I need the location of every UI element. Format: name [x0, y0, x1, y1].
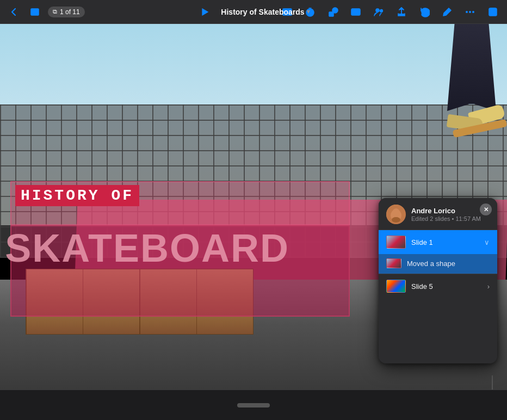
- slide-title-history: HISTORY OF: [15, 185, 139, 206]
- more-button[interactable]: [462, 4, 478, 20]
- play-button[interactable]: [197, 4, 212, 20]
- popup-empty-area: [379, 298, 497, 363]
- media-button[interactable]: [348, 4, 363, 20]
- user-subtitle: Edited 2 slides • 11:57 AM: [411, 215, 490, 222]
- toolbar-left: ⧉ 1 of 11: [7, 4, 85, 20]
- svg-rect-24: [490, 13, 496, 15]
- collaborate-button[interactable]: [371, 4, 386, 20]
- presentation-title[interactable]: History of Skateboards ▾: [221, 8, 310, 16]
- svg-point-20: [469, 11, 471, 13]
- slide1-label: Slide 1: [411, 238, 482, 246]
- skateboard-text: SKATEBOARD: [5, 226, 289, 270]
- svg-rect-12: [329, 12, 333, 16]
- popup-header: Andre Lorico Edited 2 slides • 11:57 AM …: [379, 198, 497, 230]
- slide-canvas[interactable]: HISTORY OF SKATEBOARD Andre Lorico Edite…: [0, 24, 507, 390]
- history-of-text: HISTORY OF: [21, 187, 134, 204]
- slide1-thumbnail: [386, 236, 406, 249]
- svg-marker-3: [202, 8, 208, 16]
- action-thumbnail: [386, 258, 401, 268]
- slide1-chevron-icon: ∨: [484, 238, 490, 246]
- skater-pants: [447, 24, 496, 111]
- svg-point-28: [392, 217, 400, 223]
- popup-vertical-line: [492, 375, 493, 390]
- svg-point-27: [393, 208, 399, 215]
- activity-popup: Andre Lorico Edited 2 slides • 11:57 AM …: [379, 198, 497, 363]
- slides-panel-button[interactable]: [27, 4, 42, 20]
- svg-rect-2: [33, 12, 35, 13]
- user-avatar: [386, 205, 406, 224]
- title-chevron-icon: ▾: [307, 8, 310, 15]
- svg-point-16: [376, 9, 379, 12]
- bottom-bar: [0, 390, 507, 420]
- slide-counter: ⧉ 1 of 11: [48, 7, 85, 17]
- toolbar-center: History of Skateboards ▾: [197, 4, 310, 20]
- slide-counter-icon: ⧉: [53, 8, 57, 15]
- slide-skater: [387, 24, 507, 225]
- home-indicator: [237, 403, 270, 407]
- svg-point-19: [466, 11, 468, 13]
- title-text: History of Skateboards: [221, 8, 304, 16]
- svg-point-17: [380, 9, 383, 12]
- save-button[interactable]: [485, 4, 500, 20]
- action-text: Moved a shape: [407, 260, 455, 268]
- svg-point-21: [472, 11, 474, 13]
- toolbar-right: [280, 4, 500, 20]
- slide-title-skateboard: SKATEBOARD: [5, 228, 289, 268]
- slide5-label: Slide 5: [411, 282, 485, 291]
- slide5-thumbnail: [386, 280, 406, 293]
- share-button[interactable]: [394, 4, 409, 20]
- slide-counter-text: 1 of 11: [60, 8, 80, 16]
- shapes-button[interactable]: [325, 4, 341, 20]
- svg-rect-1: [33, 10, 37, 11]
- close-icon: ✕: [484, 206, 489, 213]
- slide1-row[interactable]: Slide 1 ∨: [379, 230, 497, 254]
- toolbar: ⧉ 1 of 11 History of Skateboards ▾: [0, 0, 507, 24]
- slide5-row[interactable]: Slide 5 ›: [379, 274, 497, 298]
- user-name: Andre Lorico: [411, 207, 490, 215]
- undo-button[interactable]: [417, 4, 432, 20]
- slide5-chevron-icon: ›: [487, 282, 490, 291]
- svg-rect-23: [491, 8, 495, 11]
- popup-close-button[interactable]: ✕: [480, 203, 492, 215]
- svg-point-13: [332, 8, 338, 13]
- pen-button[interactable]: [440, 4, 455, 20]
- back-button[interactable]: [7, 4, 22, 20]
- action-row[interactable]: Moved a shape: [379, 254, 497, 274]
- user-info: Andre Lorico Edited 2 slides • 11:57 AM: [411, 207, 490, 222]
